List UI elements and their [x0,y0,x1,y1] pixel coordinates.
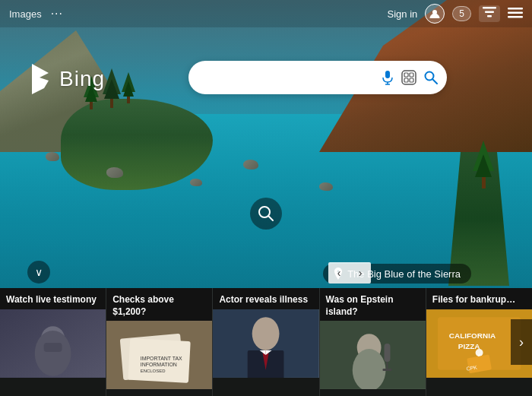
svg-text:INFORMATION: INFORMATION [141,362,177,367]
next-icon: › [359,267,363,279]
search-submit-icon[interactable] [424,71,438,84]
bing-text: Bing [59,67,105,91]
search-icons [382,70,438,85]
topbar-right: Sign in 5 [388,4,523,24]
mic-icon[interactable] [382,70,394,85]
news-title-4: Files for bankrup… [426,288,532,309]
search-box [188,61,447,94]
topbar: Images ··· Sign in 5 [0,0,532,27]
more-nav-dots[interactable]: ··· [51,7,63,21]
news-card-0[interactable]: Watch live testimony [0,288,106,396]
images-nav-link[interactable]: Images [9,8,42,20]
search-input[interactable] [198,71,382,84]
svg-rect-13 [404,78,408,82]
svg-point-47 [475,349,483,356]
news-title-0: Watch live testimony [0,288,106,309]
topbar-left: Images ··· [9,7,63,21]
svg-rect-14 [410,78,413,82]
svg-rect-10 [402,71,416,84]
prev-icon: ‹ [337,267,341,279]
news-title-1: Checks above $1,200? [106,288,212,321]
news-next-icon: › [519,334,524,350]
location-prev-button[interactable]: ‹ [328,262,350,284]
sign-in-label: Sign in [388,8,418,20]
news-row: Watch live testimony [0,288,532,396]
svg-rect-12 [410,73,413,77]
news-title-3: Was on Epstein island? [320,288,426,321]
avatar[interactable] [425,4,445,24]
news-title-2: Actor reveals illness [213,288,318,309]
news-thumb-1: IMPORTANT TAX INFORMATION ENCLOSED [106,321,212,389]
svg-text:PIZZA: PIZZA [458,342,480,350]
svg-rect-41 [382,369,391,371]
center-search-button[interactable] [250,198,282,230]
news-card-1[interactable]: Checks above $1,200? IMPORTANT TAX INFOR… [106,288,213,396]
news-card-2[interactable]: Actor reveals illness [213,288,319,396]
svg-rect-3 [487,15,492,17]
svg-point-22 [35,331,71,376]
bing-b-icon [27,62,56,96]
svg-text:IMPORTANT TAX: IMPORTANT TAX [141,356,182,361]
tree-right-1 [473,141,494,188]
svg-text:ENCLOSED: ENCLOSED [141,369,166,373]
reward-badge[interactable]: 5 [452,6,471,21]
svg-rect-23 [44,343,62,352]
svg-line-18 [268,216,273,220]
svg-rect-6 [508,16,523,18]
expand-button[interactable]: ∨ [27,261,50,284]
svg-point-31 [252,317,280,350]
bing-logo[interactable]: Bing [27,62,105,96]
svg-rect-4 [508,8,523,10]
search-container [188,61,447,94]
svg-text:CALIFORNIA: CALIFORNIA [449,331,496,340]
news-next-button[interactable]: › [511,319,532,365]
svg-rect-7 [385,71,390,78]
menu-icon[interactable] [508,6,523,22]
location-next-button[interactable]: › [350,262,371,284]
svg-rect-11 [404,73,408,77]
sign-in-button[interactable]: Sign in [388,8,418,20]
svg-rect-1 [483,7,496,9]
news-thumb-2 [213,309,318,378]
news-thumb-0 [0,309,106,378]
svg-rect-5 [508,11,523,14]
svg-rect-39 [384,344,390,362]
visual-search-icon[interactable] [401,70,416,85]
svg-line-16 [432,79,437,84]
news-strip: Watch live testimony [0,288,532,396]
filter-icon[interactable] [479,5,500,22]
svg-rect-2 [485,11,494,14]
news-card-3[interactable]: Was on Epstein island? [320,288,426,396]
expand-icon: ∨ [35,266,43,278]
news-thumb-3 [320,321,426,389]
